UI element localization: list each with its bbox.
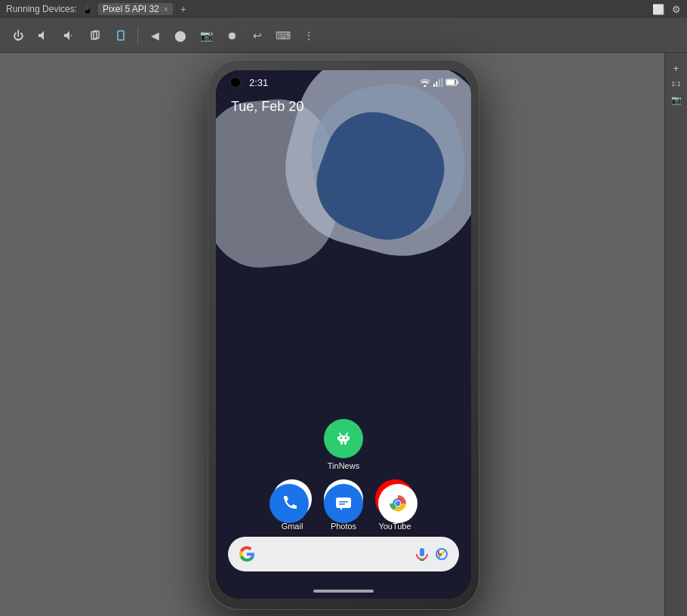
toolbar-separator-1	[137, 26, 138, 45]
running-devices-label: Running Devices:	[6, 4, 77, 14]
main-area: 2:31	[0, 53, 687, 616]
volume-mute-button[interactable]	[33, 25, 54, 46]
right-sidebar: + 1:1 📷	[664, 53, 687, 616]
wallpaper: 2:31	[216, 70, 471, 599]
home-button[interactable]: ⬤	[170, 25, 191, 46]
svg-point-13	[345, 437, 347, 439]
nav-bar	[216, 590, 471, 593]
rotate-button[interactable]	[85, 25, 106, 46]
mic-icon[interactable]	[415, 547, 429, 561]
svg-point-34	[396, 501, 401, 507]
settings-icon[interactable]: ⚙	[672, 4, 681, 15]
svg-rect-29	[339, 504, 345, 505]
restore-window-icon[interactable]: ⬜	[652, 4, 664, 15]
tab-close-button[interactable]: ×	[164, 5, 168, 14]
svg-rect-6	[442, 78, 443, 87]
date-display: Tue, Feb 20	[231, 99, 303, 115]
phone-icon	[279, 494, 299, 513]
svg-rect-28	[339, 501, 348, 503]
phone-screen[interactable]: 2:31	[216, 70, 471, 599]
battery-icon	[445, 78, 459, 87]
svg-rect-21	[344, 442, 347, 445]
svg-rect-8	[447, 80, 454, 85]
phone-rotate-button[interactable]	[110, 25, 131, 46]
svg-rect-20	[340, 442, 343, 445]
record-button[interactable]: ⏺	[221, 25, 242, 46]
top-bar: Running Devices: 📱 Pixel 5 API 32 × + ⬜ …	[0, 0, 687, 18]
device-tab[interactable]: Pixel 5 API 32 ×	[98, 3, 173, 15]
zoom-in-button[interactable]: +	[667, 59, 685, 77]
volume-down-button[interactable]	[59, 25, 80, 46]
keyboard-button[interactable]: ⌨	[273, 25, 294, 46]
nav-indicator	[313, 590, 374, 593]
svg-rect-18	[337, 436, 340, 440]
tinnews-icon	[324, 419, 363, 458]
svg-rect-4	[436, 82, 438, 87]
messages-dock-icon[interactable]	[324, 484, 363, 523]
tinnews-logo	[331, 427, 356, 451]
dock	[216, 484, 471, 523]
svg-point-15	[339, 433, 340, 434]
app-row-1: TinNews	[324, 419, 363, 470]
capture-button[interactable]: 📷	[667, 91, 685, 109]
tinnews-app[interactable]: TinNews	[324, 419, 363, 470]
tinnews-label: TinNews	[328, 461, 359, 470]
svg-rect-3	[433, 84, 435, 87]
wifi-icon	[420, 78, 430, 87]
lens-icon[interactable]	[435, 547, 448, 561]
phone-dock-icon[interactable]	[270, 484, 309, 523]
more-options-button[interactable]: ⋮	[298, 25, 319, 46]
camera-hole	[230, 76, 242, 88]
phone-mockup: 2:31	[208, 59, 479, 610]
signal-icon	[433, 78, 443, 87]
svg-point-17	[347, 433, 348, 434]
device-icon: 📱	[82, 4, 94, 15]
ratio-label: 1:1	[671, 80, 681, 88]
toolbar: ⏻ ◀ ⬤ 📷 ⏺ ↩ ⌨ ⋮	[0, 18, 687, 53]
svg-rect-2	[118, 31, 124, 40]
status-time: 2:31	[249, 77, 268, 88]
screenshot-button[interactable]: 📷	[196, 25, 217, 46]
svg-rect-19	[347, 436, 350, 440]
device-name: Pixel 5 API 32	[103, 4, 159, 14]
status-bar: 2:31	[216, 70, 471, 94]
svg-rect-27	[336, 497, 351, 508]
google-g-icon	[239, 546, 255, 562]
tab-add-button[interactable]: +	[180, 3, 186, 15]
phone-body: 2:31	[208, 59, 479, 610]
back-button[interactable]: ◀	[144, 25, 165, 46]
undo-button[interactable]: ↩	[247, 25, 268, 46]
search-bar[interactable]	[228, 537, 459, 571]
svg-rect-11	[339, 436, 348, 442]
chrome-dock-icon[interactable]	[378, 484, 417, 523]
svg-rect-5	[439, 79, 440, 87]
power-button[interactable]: ⏻	[8, 25, 29, 46]
messages-icon	[334, 494, 353, 513]
status-icons	[420, 78, 459, 87]
svg-rect-9	[457, 81, 459, 84]
svg-point-12	[340, 437, 343, 439]
chrome-icon	[386, 491, 410, 516]
